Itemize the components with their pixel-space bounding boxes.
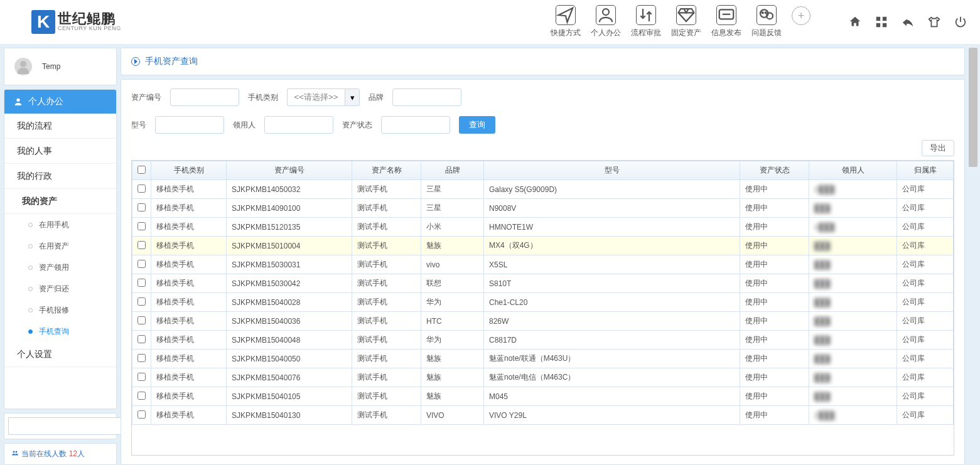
input-asset-no[interactable]: [170, 88, 239, 106]
nav-header[interactable]: 个人办公: [4, 90, 116, 114]
row-checkbox[interactable]: [137, 392, 146, 400]
nav-group-hr[interactable]: 我的人事: [4, 139, 116, 164]
sidebar-item-资产领用[interactable]: 资产领用: [4, 257, 116, 278]
cell-brand: HTC: [421, 312, 484, 331]
input-model[interactable]: [155, 116, 224, 134]
sidebar-item-在用资产[interactable]: 在用资产: [4, 235, 116, 257]
top-asset[interactable]: 固定资产: [671, 5, 701, 38]
th-type[interactable]: 手机类别: [151, 161, 227, 180]
th-model[interactable]: 型号: [484, 161, 740, 180]
select-phone-type-text[interactable]: [287, 88, 345, 106]
row-checkbox[interactable]: [137, 241, 146, 249]
svg-rect-9: [883, 23, 886, 26]
row-checkbox[interactable]: [137, 335, 146, 343]
cell-type: 移植类手机: [151, 331, 227, 350]
cell-name: 测试手机: [352, 274, 421, 293]
grid-icon[interactable]: [875, 15, 888, 29]
user-name: Temp: [42, 62, 60, 71]
th-no[interactable]: 资产编号: [227, 161, 352, 180]
home-icon[interactable]: [848, 15, 862, 29]
row-checkbox[interactable]: [137, 279, 146, 287]
power-icon[interactable]: [954, 15, 967, 29]
top-add[interactable]: +: [792, 5, 810, 38]
row-checkbox[interactable]: [137, 203, 146, 211]
th-status[interactable]: 资产状态: [740, 161, 809, 180]
table-row[interactable]: 移植类手机SJKPKMB15030031测试手机vivoX5SL使用中███公司…: [132, 255, 954, 274]
cell-name: 测试手机: [352, 237, 421, 255]
table-row[interactable]: 移植类手机SJKPKMB14050032测试手机三星Galaxy S5(G900…: [132, 180, 954, 199]
cell-owner: ███: [809, 387, 897, 406]
th-brand[interactable]: 品牌: [421, 161, 484, 180]
table-row[interactable]: 移植类手机SJKPKMB15010004测试手机魅族MX4（双4G）使用中███…: [132, 237, 954, 255]
online-count: 当前在线人数 12人: [4, 443, 117, 465]
sidebar-item-手机报修[interactable]: 手机报修: [4, 299, 116, 321]
cell-store: 公司库: [897, 237, 954, 255]
top-personal[interactable]: 个人办公: [591, 5, 621, 38]
nav-group-flow[interactable]: 我的流程: [4, 114, 116, 139]
table-row[interactable]: 移植类手机SJKPKMB15040130测试手机VIVOVIVO Y29L使用中…: [132, 406, 954, 425]
query-button[interactable]: 查询: [459, 116, 495, 134]
sidebar-item-手机查询[interactable]: 手机查询: [4, 321, 116, 342]
cell-brand: 华为: [421, 331, 484, 350]
select-phone-type[interactable]: ▾: [287, 88, 360, 106]
table-row[interactable]: 移植类手机SJKPKMB15030042测试手机联想S810T使用中███公司库: [132, 274, 954, 293]
svg-point-12: [13, 451, 15, 453]
sidebar-item-资产归还[interactable]: 资产归还: [4, 278, 116, 299]
table-row[interactable]: 移植类手机SJKPKMB14090100测试手机三星N9008V使用中███公司…: [132, 199, 954, 218]
th-owner[interactable]: 领用人: [809, 161, 897, 180]
scrollbar-thumb[interactable]: [969, 48, 977, 167]
reply-icon[interactable]: [901, 15, 915, 29]
search-input[interactable]: [8, 417, 123, 435]
check-all[interactable]: [137, 166, 146, 174]
row-checkbox[interactable]: [137, 354, 146, 362]
cell-no: SJKPKMB15040048: [227, 331, 352, 350]
user-card[interactable]: Temp: [4, 48, 117, 85]
row-checkbox[interactable]: [137, 373, 146, 381]
nav-group-asset[interactable]: 我的资产: [4, 189, 116, 214]
row-checkbox[interactable]: [137, 316, 146, 324]
cell-store: 公司库: [897, 199, 954, 218]
th-name[interactable]: 资产名称: [352, 161, 421, 180]
cell-status: 使用中: [740, 180, 809, 199]
cell-store: 公司库: [897, 274, 954, 293]
top-shortcut[interactable]: 快捷方式: [551, 5, 581, 38]
row-checkbox[interactable]: [137, 260, 146, 268]
table-row[interactable]: 移植类手机SJKPKMB15040076测试手机魅族魅蓝note/电信（M463…: [132, 368, 954, 387]
th-store[interactable]: 归属库: [897, 161, 954, 180]
main: 手机资产查询 资产编号 手机类别 ▾ 品牌 型号 领用人 资产状态: [121, 48, 980, 465]
table-row[interactable]: 移植类手机SJKPKMB15040048测试手机华为C8817D使用中███公司…: [132, 331, 954, 350]
sidebar-item-在用手机[interactable]: 在用手机: [4, 214, 116, 235]
cell-brand: 联想: [421, 274, 484, 293]
row-checkbox[interactable]: [137, 222, 146, 230]
cell-type: 移植类手机: [151, 368, 227, 387]
export-button[interactable]: 导出: [922, 140, 954, 156]
top-info[interactable]: 信息发布: [711, 5, 741, 38]
cell-type: 移植类手机: [151, 218, 227, 237]
nav-group-settings[interactable]: 个人设置: [4, 342, 116, 367]
shirt-icon[interactable]: [927, 15, 941, 29]
cell-brand: 魅族: [421, 368, 484, 387]
table-row[interactable]: 移植类手机SJKPKMB15040105测试手机魅族M045使用中███公司库: [132, 387, 954, 406]
select-phone-type-btn[interactable]: ▾: [345, 88, 360, 106]
cell-brand: vivo: [421, 255, 484, 274]
input-owner[interactable]: [264, 116, 333, 134]
row-checkbox[interactable]: [137, 297, 146, 306]
logo[interactable]: K 世纪鲲鹏 CENTURY KUN PENG: [31, 10, 121, 34]
nav-group-admin[interactable]: 我的行政: [4, 164, 116, 189]
cell-name: 测试手机: [352, 350, 421, 368]
table-row[interactable]: 移植类手机SJKPKMB15120135测试手机小米HMNOTE1W使用中d██…: [132, 218, 954, 237]
top-feedback[interactable]: 问题反馈: [751, 5, 782, 38]
input-status[interactable]: [381, 116, 450, 134]
row-checkbox[interactable]: [137, 410, 146, 419]
sidebar-item-label: 手机报修: [39, 305, 69, 316]
cell-no: SJKPKMB15040050: [227, 350, 352, 368]
asset-table: 手机类别 资产编号 资产名称 品牌 型号 资产状态 领用人 归属库 移植类手机S…: [132, 161, 954, 425]
table-row[interactable]: 移植类手机SJKPKMB15040050测试手机魅族魅蓝note/联通（M463…: [132, 350, 954, 368]
top-flow[interactable]: 流程审批: [631, 5, 661, 38]
input-brand[interactable]: [392, 88, 461, 106]
sidebar-item-label: 在用手机: [39, 220, 69, 230]
cell-status: 使用中: [740, 387, 809, 406]
row-checkbox[interactable]: [137, 184, 146, 193]
table-row[interactable]: 移植类手机SJKPKMB15040036测试手机HTC826W使用中███公司库: [132, 312, 954, 331]
table-row[interactable]: 移植类手机SJKPKMB15040028测试手机华为Che1-CL20使用中██…: [132, 293, 954, 312]
